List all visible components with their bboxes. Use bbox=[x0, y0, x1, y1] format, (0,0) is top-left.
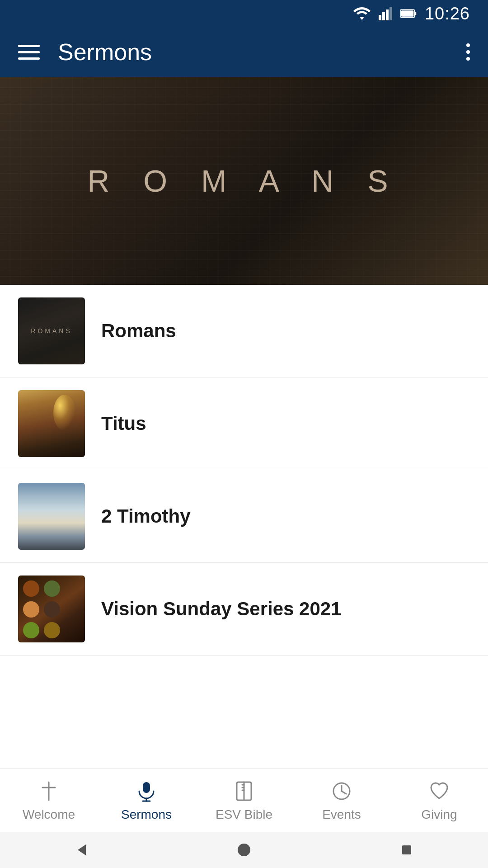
svg-rect-5 bbox=[414, 12, 416, 15]
hero-text: R O M A N S bbox=[87, 163, 400, 198]
hero-banner: R O M A N S bbox=[0, 77, 488, 285]
bottom-nav: Welcome Sermons ESV Bible bbox=[0, 769, 488, 832]
list-item[interactable]: 2 Timothy bbox=[0, 470, 488, 563]
svg-rect-3 bbox=[389, 7, 392, 20]
sermon-thumbnail-titus bbox=[18, 390, 85, 457]
sermon-thumbnail-2timothy bbox=[18, 483, 85, 550]
clock-icon bbox=[330, 779, 353, 803]
nav-item-esvbible[interactable]: ESV Bible bbox=[195, 772, 293, 829]
nav-item-sermons[interactable]: Sermons bbox=[98, 772, 195, 829]
list-item[interactable]: ROMANS Romans bbox=[0, 285, 488, 377]
sermon-thumbnail-vision bbox=[18, 576, 85, 642]
app-bar-title: Sermons bbox=[58, 38, 466, 66]
cross-icon bbox=[37, 779, 61, 803]
svg-rect-6 bbox=[401, 10, 413, 16]
svg-line-19 bbox=[342, 791, 346, 794]
recents-button[interactable] bbox=[398, 841, 416, 859]
nav-label-events: Events bbox=[322, 807, 361, 822]
home-button[interactable] bbox=[235, 841, 253, 859]
back-button[interactable] bbox=[72, 841, 90, 859]
nav-label-sermons: Sermons bbox=[121, 807, 172, 822]
svg-marker-20 bbox=[78, 844, 86, 855]
sermon-list-container: ROMANS Romans Titus 2 Timothy bbox=[0, 285, 488, 755]
sermon-title: Romans bbox=[101, 320, 176, 342]
nav-item-events[interactable]: Events bbox=[293, 772, 390, 829]
svg-rect-22 bbox=[402, 845, 411, 854]
svg-rect-9 bbox=[143, 782, 150, 793]
nav-label-giving: Giving bbox=[421, 807, 457, 822]
sermon-title: 2 Timothy bbox=[101, 505, 191, 527]
list-item[interactable]: Vision Sunday Series 2021 bbox=[0, 563, 488, 656]
svg-rect-2 bbox=[386, 9, 389, 20]
battery-icon bbox=[400, 8, 417, 19]
nav-item-giving[interactable]: Giving bbox=[390, 772, 488, 829]
sermon-title: Titus bbox=[101, 413, 146, 434]
android-nav-bar bbox=[0, 832, 488, 868]
nav-label-esvbible: ESV Bible bbox=[216, 807, 272, 822]
microphone-icon bbox=[135, 779, 158, 803]
heart-icon bbox=[427, 779, 451, 803]
wifi-icon bbox=[353, 7, 371, 20]
sermon-title: Vision Sunday Series 2021 bbox=[101, 598, 342, 620]
svg-rect-0 bbox=[379, 15, 381, 20]
menu-button[interactable] bbox=[18, 45, 40, 60]
nav-label-welcome: Welcome bbox=[23, 807, 75, 822]
sermon-list: ROMANS Romans Titus 2 Timothy bbox=[0, 285, 488, 656]
list-item[interactable]: Titus bbox=[0, 377, 488, 470]
book-icon bbox=[232, 779, 256, 803]
more-options-button[interactable] bbox=[466, 43, 470, 61]
nav-item-welcome[interactable]: Welcome bbox=[0, 772, 98, 829]
signal-icon bbox=[379, 7, 392, 20]
status-bar: 10:26 bbox=[0, 0, 488, 27]
sermon-thumbnail-romans: ROMANS bbox=[18, 297, 85, 364]
svg-point-21 bbox=[238, 844, 250, 856]
status-time: 10:26 bbox=[425, 4, 470, 24]
svg-rect-1 bbox=[382, 12, 385, 20]
app-bar: Sermons bbox=[0, 27, 488, 77]
